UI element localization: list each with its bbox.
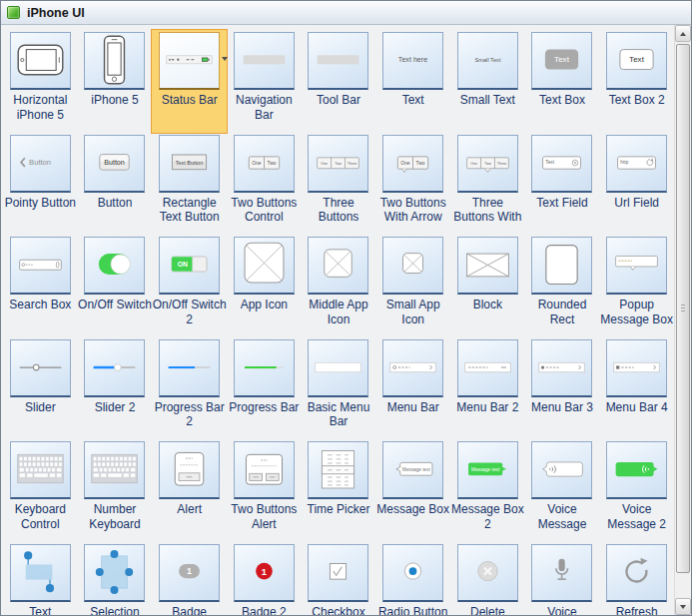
palette-item-two-buttons-with-arrow[interactable]: OneTwoTwo Buttons With Arrow bbox=[375, 133, 450, 236]
delete-icon bbox=[457, 544, 518, 602]
palette-item-status-bar[interactable]: Status Bar bbox=[152, 30, 227, 133]
palette-item-menu-bar-3[interactable]: Menu Bar 3 bbox=[525, 337, 600, 440]
palette-item-text[interactable]: Text hereText bbox=[375, 30, 450, 133]
palette-item-url-field[interactable]: httpUrl Field bbox=[599, 133, 674, 236]
palette-item-pointy-button[interactable]: ButtonPointy Button bbox=[3, 133, 78, 236]
palette-item-label: Two Buttons With Arrow bbox=[375, 196, 450, 225]
palette-item-small-app-icon[interactable]: Small App Icon bbox=[375, 235, 450, 337]
palette-item-on-off-switch[interactable]: On/Off Switch bbox=[78, 235, 153, 337]
thumbnail-wrap: Text bbox=[531, 135, 592, 193]
palette-item-number-keyboard[interactable]: Number Keyboard bbox=[78, 439, 153, 542]
palette-item-voice[interactable]: Voice bbox=[525, 542, 600, 616]
palette-item-three-buttons-with[interactable]: OneTwoThreeThree Buttons With bbox=[450, 133, 525, 236]
palette-item-search-box[interactable]: Search Box bbox=[3, 235, 78, 337]
palette-item-keyboard-control[interactable]: Keyboard Control bbox=[3, 439, 78, 542]
selected-item-dropdown-arrow-icon[interactable] bbox=[222, 57, 228, 61]
palette-item-middle-app-icon[interactable]: Middle App Icon bbox=[302, 235, 376, 337]
palette-item-slider-2[interactable]: Slider 2 bbox=[78, 337, 153, 440]
palette-item-tool-bar[interactable]: Tool Bar bbox=[302, 30, 376, 133]
scroll-up-button[interactable] bbox=[675, 25, 691, 42]
badge-2-icon: 1 bbox=[234, 544, 295, 602]
palette-item-label: On/Off Switch bbox=[78, 298, 152, 312]
palette-item-rounded-rect[interactable]: Rounded Rect bbox=[525, 235, 600, 337]
palette-item-checkbox[interactable]: Checkbox bbox=[302, 542, 376, 616]
thumbnail-wrap bbox=[234, 441, 295, 499]
palette-item-iphone-5[interactable]: iPhone 5 bbox=[78, 30, 153, 133]
palette-item-label: Number Keyboard bbox=[78, 502, 153, 531]
svg-text:Text: Text bbox=[555, 55, 571, 64]
palette-item-small-text[interactable]: Small TextSmall Text bbox=[450, 30, 525, 133]
message-box-icon: Message text bbox=[382, 441, 443, 499]
svg-text:Two: Two bbox=[336, 161, 343, 165]
palette-item-button[interactable]: ButtonButton bbox=[78, 133, 153, 236]
voice-message-2-icon bbox=[606, 441, 667, 499]
scrollbar-thumb[interactable] bbox=[676, 44, 690, 573]
palette-item-horizontal-iphone-5[interactable]: Horizontal iPhone 5 bbox=[3, 30, 78, 133]
thumbnail-wrap: 1 bbox=[234, 544, 295, 602]
svg-text:ON: ON bbox=[178, 261, 188, 268]
scroll-down-arrow-icon bbox=[680, 605, 686, 609]
palette-item-label: Navigation Bar bbox=[227, 93, 302, 122]
svg-text:Three: Three bbox=[347, 161, 356, 165]
palette-item-badge-2[interactable]: 1Badge 2 bbox=[227, 542, 302, 616]
small-text-icon: Small Text bbox=[457, 32, 518, 90]
palette-item-basic-menu-bar[interactable]: Basic Menu Bar bbox=[302, 337, 376, 440]
palette-item-menu-bar-2[interactable]: Menu Bar 2 bbox=[450, 337, 525, 440]
slider-2-icon bbox=[84, 339, 145, 397]
palette-item-app-icon[interactable]: App Icon bbox=[227, 235, 302, 337]
palette-item-block[interactable]: Block bbox=[450, 235, 525, 337]
svg-text:Text Button: Text Button bbox=[176, 159, 204, 165]
library-icon bbox=[7, 6, 20, 19]
palette-item-voice-message-2[interactable]: Voice Message 2 bbox=[599, 439, 674, 542]
message-box-2-icon: Message text bbox=[457, 441, 518, 499]
middle-app-icon-icon bbox=[308, 237, 368, 295]
palette-item-refresh[interactable]: Refresh bbox=[599, 542, 674, 616]
menu-bar-3-icon bbox=[531, 339, 592, 397]
palette-item-label: App Icon bbox=[241, 298, 288, 312]
thumbnail-wrap bbox=[234, 339, 295, 397]
thumbnail-wrap bbox=[457, 339, 518, 397]
palette-item-label: Message Box bbox=[376, 502, 449, 517]
panel-content: Horizontal iPhone 5iPhone 5Status BarNav… bbox=[1, 25, 691, 615]
palette-item-badge[interactable]: 1Badge bbox=[152, 542, 227, 616]
thumbnail-wrap bbox=[308, 32, 368, 90]
palette-item-label: Text Box 2 bbox=[609, 93, 665, 108]
palette-item-message-box[interactable]: Message textMessage Box bbox=[375, 439, 450, 542]
palette-item-time-picker[interactable]: Time Picker bbox=[302, 439, 376, 542]
palette-item-voice-message[interactable]: Voice Message bbox=[525, 439, 600, 542]
titlebar[interactable]: iPhone UI bbox=[1, 1, 691, 25]
text-field-icon: Text bbox=[531, 135, 592, 193]
palette-item-label: Rounded Rect bbox=[525, 298, 600, 326]
palette-item-label: Popup Message Box bbox=[599, 298, 674, 326]
palette-item-popup-message-box[interactable]: Popup Message Box bbox=[599, 235, 674, 337]
palette-item-slider[interactable]: Slider bbox=[3, 337, 78, 440]
palette-item-radio-button[interactable]: Radio Button bbox=[375, 542, 450, 616]
palette-item-two-buttons-control[interactable]: OneTwoTwo Buttons Control bbox=[227, 133, 302, 236]
scroll-down-button[interactable] bbox=[675, 598, 691, 615]
palette-item-progress-bar[interactable]: Progress Bar bbox=[227, 337, 302, 440]
palette-item-navigation-bar[interactable]: Navigation Bar bbox=[227, 30, 302, 133]
scrollbar-track[interactable] bbox=[675, 42, 691, 598]
palette-item-progress-bar-2[interactable]: Progress Bar 2 bbox=[152, 337, 227, 440]
palette-item-text-box[interactable]: TextText Box bbox=[525, 30, 600, 133]
palette-item-alert[interactable]: Alert bbox=[152, 439, 227, 542]
palette-item-two-buttons-alert[interactable]: Two Buttons Alert bbox=[227, 439, 302, 542]
palette-item-text-field[interactable]: TextText Field bbox=[525, 133, 600, 236]
svg-text:Message text: Message text bbox=[402, 467, 431, 472]
palette-item-label: Delete bbox=[470, 605, 505, 616]
palette-item-text-2[interactable]: Text bbox=[3, 542, 78, 616]
palette-item-text-box-2[interactable]: TextText Box 2 bbox=[599, 30, 674, 133]
vertical-scrollbar[interactable] bbox=[674, 25, 691, 615]
palette-item-message-box-2[interactable]: Message textMessage Box 2 bbox=[450, 439, 525, 542]
palette-item-on-off-switch-2[interactable]: ONOn/Off Switch 2 bbox=[152, 235, 227, 337]
thumbnail-wrap bbox=[531, 339, 592, 397]
palette-item-rectangle-text-button[interactable]: Text ButtonRectangle Text Button bbox=[152, 133, 227, 236]
thumbnail-wrap bbox=[382, 237, 443, 295]
palette-item-label: Block bbox=[473, 298, 502, 312]
palette-item-menu-bar[interactable]: Menu Bar bbox=[375, 337, 450, 440]
palette-item-three-buttons[interactable]: OneTwoThreeThree Buttons bbox=[302, 133, 376, 236]
palette-item-menu-bar-4[interactable]: Menu Bar 4 bbox=[599, 337, 674, 440]
palette-item-delete[interactable]: Delete bbox=[450, 542, 525, 616]
thumbnail-wrap bbox=[84, 544, 145, 602]
palette-item-selection[interactable]: Selection bbox=[78, 542, 153, 616]
